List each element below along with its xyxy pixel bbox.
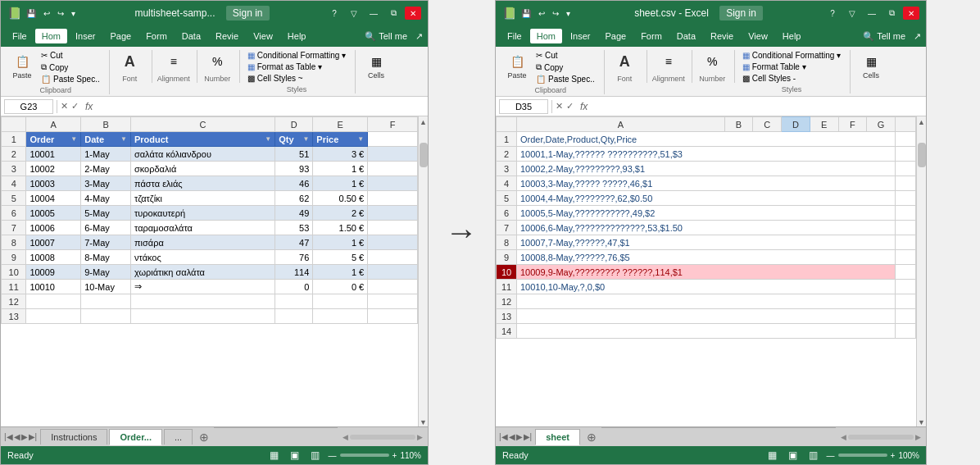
redo-button[interactable]: ↪ [55,8,66,19]
cell-C4[interactable]: πάστα ελιάς [130,176,274,191]
right-scroll-up-arrow[interactable]: ▲ [918,118,925,126]
right-customize-button[interactable]: ▾ [564,8,573,19]
cell-D2[interactable]: 51 [275,147,313,162]
cell-B11[interactable]: 10-May [81,280,131,294]
right-menu-file[interactable]: File [501,29,529,43]
conditional-formatting-button[interactable]: ▦ Conditional Formatting ▾ [245,50,348,61]
cell-B13[interactable] [81,309,131,324]
cell-E1[interactable]: Price▼ [313,132,368,147]
right-ribbon-toggle[interactable]: ▽ [844,7,860,20]
cell-B9[interactable]: 8-May [81,250,131,265]
cell-B8[interactable]: 7-May [81,235,131,250]
right-format-table-button[interactable]: ▦ Format Table ▾ [740,62,843,72]
col-D-header[interactable]: D [275,117,313,132]
font-button[interactable]: A [116,50,143,73]
right-scrollbar-h[interactable]: ◀ ▶ [836,433,926,441]
left-add-sheet-button[interactable]: ⊕ [194,431,214,444]
right-cell-A6[interactable]: 10005,5-May,???????????,49,$2 [517,206,896,221]
cell-E6[interactable]: 2 € [313,206,368,221]
cell-F6[interactable] [368,206,418,221]
cell-A5[interactable]: 10004 [26,191,81,206]
cell-D7[interactable]: 53 [275,221,313,235]
right-cell-A9[interactable]: 10008,8-May,??????,76,$5 [517,250,896,265]
cell-C9[interactable]: ντάκος [130,250,274,265]
right-menu-help[interactable]: Help [776,29,808,43]
cell-D9[interactable]: 76 [275,250,313,265]
right-cell-A11[interactable]: 10010,10-May,?,0,$0 [517,280,896,294]
right-cell-A1[interactable]: Order,Date,Product,Qty,Price [517,132,896,147]
right-menu-data[interactable]: Data [670,29,702,43]
left-share-button[interactable]: ↗ [415,31,423,42]
cancel-formula-icon[interactable]: ✕ [61,101,68,112]
cell-C5[interactable]: τζατζίκι [130,191,274,206]
right-cell-styles-button[interactable]: ▩ Cell Styles - [740,73,843,84]
right-menu-view[interactable]: View [742,29,774,43]
cell-D8[interactable]: 47 [275,235,313,250]
alignment-button[interactable]: ≡ [161,50,187,73]
left-tab-orders[interactable]: Order... [109,429,162,445]
cell-A13[interactable] [26,309,81,324]
cells-button[interactable]: ▦ Cells [363,50,389,82]
cell-A10[interactable]: 10009 [26,265,81,280]
left-ribbon-toggle[interactable]: ▽ [346,7,362,20]
undo-button[interactable]: ↩ [41,8,52,19]
left-menu-home[interactable]: Hom [35,29,67,43]
cell-D11[interactable]: 0 [275,280,313,294]
cell-E4[interactable]: 1 € [313,176,368,191]
right-cut-button[interactable]: ✂ Cut [533,50,597,61]
tab-last-button[interactable]: ▶| [29,432,38,441]
right-cell-A3[interactable]: 10002,2-May,?????????,93,$1 [517,162,896,176]
cell-A4[interactable]: 10003 [26,176,81,191]
left-minimize-button[interactable]: — [365,7,382,20]
right-sign-in-button[interactable]: Sign in [719,6,763,21]
right-number-button[interactable]: % [699,50,725,73]
paste-special-button[interactable]: 📋 Paste Spec.. [39,74,102,84]
col-E-header[interactable]: E [313,117,368,132]
left-page-break-button[interactable]: ▥ [308,449,322,462]
right-cell-A5[interactable]: 10004,4-May,????????,62,$0.50 [517,191,896,206]
tab-prev-button[interactable]: ◀ [14,432,20,441]
cell-E2[interactable]: 3 € [313,147,368,162]
right-paste-spec-button[interactable]: 📋 Paste Spec.. [533,74,597,84]
left-menu-file[interactable]: File [6,29,34,43]
col-A-header[interactable]: A [26,117,81,132]
cell-E12[interactable] [313,294,368,309]
cell-F11[interactable] [368,280,418,294]
cell-B3[interactable]: 2-May [81,162,131,176]
cell-F10[interactable] [368,265,418,280]
right-tab-first-button[interactable]: |◀ [499,432,508,441]
cell-A11[interactable]: 10010 [26,280,81,294]
left-menu-insert[interactable]: Inser [69,29,102,43]
right-cells-button[interactable]: ▦ Cells [858,50,884,82]
cell-F2[interactable] [368,147,418,162]
cell-F4[interactable] [368,176,418,191]
right-cell-A8[interactable]: 10007,7-May,??????,47,$1 [517,235,896,250]
cell-F3[interactable] [368,162,418,176]
cell-styles-button[interactable]: ▩ Cell Styles ~ [245,73,348,84]
right-name-box[interactable] [499,99,548,114]
cell-B10[interactable]: 9-May [81,265,131,280]
left-menu-page[interactable]: Page [103,29,138,43]
right-page-break-button[interactable]: ▥ [806,449,820,462]
right-col-B-header[interactable]: B [724,117,753,132]
cell-D3[interactable]: 93 [275,162,313,176]
cell-B7[interactable]: 6-May [81,221,131,235]
right-tab-sheet[interactable]: sheet [535,429,580,445]
cell-C10[interactable]: χωριάτικη σαλάτα [130,265,274,280]
right-scroll-down-arrow[interactable]: ▼ [918,418,925,426]
cell-F8[interactable] [368,235,418,250]
col-C-header[interactable]: C [130,117,274,132]
right-cell-A12[interactable] [517,294,896,309]
cell-E9[interactable]: 5 € [313,250,368,265]
cell-F13[interactable] [368,309,418,324]
scroll-up-arrow[interactable]: ▲ [420,118,427,126]
cell-E13[interactable] [313,309,368,324]
cell-D4[interactable]: 46 [275,176,313,191]
right-copy-button[interactable]: ⧉ Copy [533,62,597,73]
right-share-button[interactable]: ↗ [914,31,921,42]
right-col-A-header[interactable]: A [517,117,725,132]
left-scrollbar-h[interactable]: ◀ ▶ [338,433,428,441]
cell-E11[interactable]: 0 € [313,280,368,294]
scroll-thumb[interactable] [420,143,428,167]
cell-E8[interactable]: 1 € [313,235,368,250]
